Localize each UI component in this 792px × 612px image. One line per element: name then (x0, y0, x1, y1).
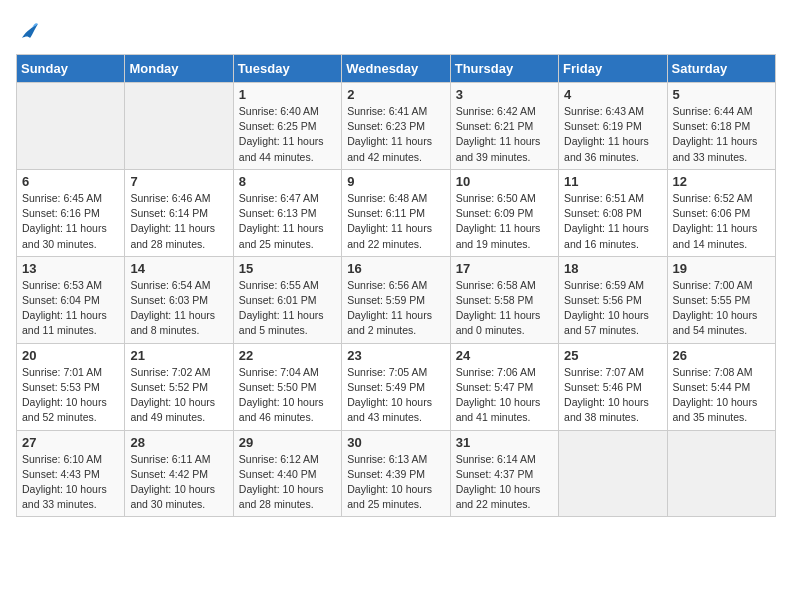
calendar-week-1: 1Sunrise: 6:40 AM Sunset: 6:25 PM Daylig… (17, 83, 776, 170)
calendar-cell: 15Sunrise: 6:55 AM Sunset: 6:01 PM Dayli… (233, 256, 341, 343)
day-number: 25 (564, 348, 661, 363)
calendar-table: SundayMondayTuesdayWednesdayThursdayFrid… (16, 54, 776, 517)
calendar-cell: 23Sunrise: 7:05 AM Sunset: 5:49 PM Dayli… (342, 343, 450, 430)
calendar-cell: 7Sunrise: 6:46 AM Sunset: 6:14 PM Daylig… (125, 169, 233, 256)
day-number: 30 (347, 435, 444, 450)
calendar-dow-wednesday: Wednesday (342, 55, 450, 83)
day-number: 21 (130, 348, 227, 363)
calendar-cell: 28Sunrise: 6:11 AM Sunset: 4:42 PM Dayli… (125, 430, 233, 517)
day-number: 12 (673, 174, 770, 189)
calendar-cell: 17Sunrise: 6:58 AM Sunset: 5:58 PM Dayli… (450, 256, 558, 343)
calendar-cell: 30Sunrise: 6:13 AM Sunset: 4:39 PM Dayli… (342, 430, 450, 517)
day-info: Sunrise: 6:14 AM Sunset: 4:37 PM Dayligh… (456, 452, 553, 513)
calendar-week-5: 27Sunrise: 6:10 AM Sunset: 4:43 PM Dayli… (17, 430, 776, 517)
calendar-cell: 29Sunrise: 6:12 AM Sunset: 4:40 PM Dayli… (233, 430, 341, 517)
calendar-cell: 27Sunrise: 6:10 AM Sunset: 4:43 PM Dayli… (17, 430, 125, 517)
day-info: Sunrise: 7:05 AM Sunset: 5:49 PM Dayligh… (347, 365, 444, 426)
day-info: Sunrise: 6:51 AM Sunset: 6:08 PM Dayligh… (564, 191, 661, 252)
calendar-cell (125, 83, 233, 170)
logo (16, 16, 48, 44)
calendar-dow-thursday: Thursday (450, 55, 558, 83)
day-info: Sunrise: 6:44 AM Sunset: 6:18 PM Dayligh… (673, 104, 770, 165)
day-number: 16 (347, 261, 444, 276)
calendar-cell: 25Sunrise: 7:07 AM Sunset: 5:46 PM Dayli… (559, 343, 667, 430)
calendar-cell (17, 83, 125, 170)
calendar-cell: 11Sunrise: 6:51 AM Sunset: 6:08 PM Dayli… (559, 169, 667, 256)
day-number: 3 (456, 87, 553, 102)
day-info: Sunrise: 6:56 AM Sunset: 5:59 PM Dayligh… (347, 278, 444, 339)
day-info: Sunrise: 6:52 AM Sunset: 6:06 PM Dayligh… (673, 191, 770, 252)
day-number: 10 (456, 174, 553, 189)
day-info: Sunrise: 6:55 AM Sunset: 6:01 PM Dayligh… (239, 278, 336, 339)
calendar-header-row: SundayMondayTuesdayWednesdayThursdayFrid… (17, 55, 776, 83)
day-info: Sunrise: 6:41 AM Sunset: 6:23 PM Dayligh… (347, 104, 444, 165)
day-number: 1 (239, 87, 336, 102)
day-number: 20 (22, 348, 119, 363)
calendar-week-2: 6Sunrise: 6:45 AM Sunset: 6:16 PM Daylig… (17, 169, 776, 256)
day-info: Sunrise: 7:06 AM Sunset: 5:47 PM Dayligh… (456, 365, 553, 426)
day-info: Sunrise: 7:01 AM Sunset: 5:53 PM Dayligh… (22, 365, 119, 426)
calendar-cell: 12Sunrise: 6:52 AM Sunset: 6:06 PM Dayli… (667, 169, 775, 256)
day-info: Sunrise: 6:43 AM Sunset: 6:19 PM Dayligh… (564, 104, 661, 165)
day-info: Sunrise: 7:00 AM Sunset: 5:55 PM Dayligh… (673, 278, 770, 339)
day-info: Sunrise: 6:48 AM Sunset: 6:11 PM Dayligh… (347, 191, 444, 252)
day-number: 2 (347, 87, 444, 102)
day-number: 26 (673, 348, 770, 363)
day-number: 9 (347, 174, 444, 189)
calendar-cell: 13Sunrise: 6:53 AM Sunset: 6:04 PM Dayli… (17, 256, 125, 343)
day-info: Sunrise: 7:08 AM Sunset: 5:44 PM Dayligh… (673, 365, 770, 426)
day-number: 11 (564, 174, 661, 189)
day-info: Sunrise: 6:11 AM Sunset: 4:42 PM Dayligh… (130, 452, 227, 513)
day-number: 23 (347, 348, 444, 363)
calendar-cell: 14Sunrise: 6:54 AM Sunset: 6:03 PM Dayli… (125, 256, 233, 343)
calendar-cell: 4Sunrise: 6:43 AM Sunset: 6:19 PM Daylig… (559, 83, 667, 170)
day-info: Sunrise: 6:13 AM Sunset: 4:39 PM Dayligh… (347, 452, 444, 513)
day-number: 15 (239, 261, 336, 276)
day-info: Sunrise: 6:40 AM Sunset: 6:25 PM Dayligh… (239, 104, 336, 165)
day-info: Sunrise: 7:04 AM Sunset: 5:50 PM Dayligh… (239, 365, 336, 426)
calendar-cell (559, 430, 667, 517)
calendar-week-4: 20Sunrise: 7:01 AM Sunset: 5:53 PM Dayli… (17, 343, 776, 430)
day-info: Sunrise: 6:59 AM Sunset: 5:56 PM Dayligh… (564, 278, 661, 339)
page-header (16, 16, 776, 44)
day-info: Sunrise: 6:45 AM Sunset: 6:16 PM Dayligh… (22, 191, 119, 252)
day-number: 8 (239, 174, 336, 189)
day-info: Sunrise: 7:07 AM Sunset: 5:46 PM Dayligh… (564, 365, 661, 426)
day-number: 27 (22, 435, 119, 450)
calendar-cell: 10Sunrise: 6:50 AM Sunset: 6:09 PM Dayli… (450, 169, 558, 256)
day-info: Sunrise: 6:50 AM Sunset: 6:09 PM Dayligh… (456, 191, 553, 252)
day-number: 28 (130, 435, 227, 450)
day-number: 7 (130, 174, 227, 189)
day-number: 31 (456, 435, 553, 450)
calendar-cell: 26Sunrise: 7:08 AM Sunset: 5:44 PM Dayli… (667, 343, 775, 430)
day-number: 13 (22, 261, 119, 276)
day-number: 14 (130, 261, 227, 276)
calendar-cell: 24Sunrise: 7:06 AM Sunset: 5:47 PM Dayli… (450, 343, 558, 430)
day-number: 24 (456, 348, 553, 363)
calendar-cell: 19Sunrise: 7:00 AM Sunset: 5:55 PM Dayli… (667, 256, 775, 343)
calendar-cell: 5Sunrise: 6:44 AM Sunset: 6:18 PM Daylig… (667, 83, 775, 170)
day-number: 29 (239, 435, 336, 450)
calendar-dow-friday: Friday (559, 55, 667, 83)
day-info: Sunrise: 6:47 AM Sunset: 6:13 PM Dayligh… (239, 191, 336, 252)
calendar-dow-monday: Monday (125, 55, 233, 83)
calendar-dow-saturday: Saturday (667, 55, 775, 83)
calendar-cell: 8Sunrise: 6:47 AM Sunset: 6:13 PM Daylig… (233, 169, 341, 256)
calendar-cell: 3Sunrise: 6:42 AM Sunset: 6:21 PM Daylig… (450, 83, 558, 170)
calendar-cell: 20Sunrise: 7:01 AM Sunset: 5:53 PM Dayli… (17, 343, 125, 430)
calendar-dow-tuesday: Tuesday (233, 55, 341, 83)
calendar-cell: 21Sunrise: 7:02 AM Sunset: 5:52 PM Dayli… (125, 343, 233, 430)
day-info: Sunrise: 6:42 AM Sunset: 6:21 PM Dayligh… (456, 104, 553, 165)
day-info: Sunrise: 6:54 AM Sunset: 6:03 PM Dayligh… (130, 278, 227, 339)
calendar-cell: 2Sunrise: 6:41 AM Sunset: 6:23 PM Daylig… (342, 83, 450, 170)
day-info: Sunrise: 6:10 AM Sunset: 4:43 PM Dayligh… (22, 452, 119, 513)
day-info: Sunrise: 6:58 AM Sunset: 5:58 PM Dayligh… (456, 278, 553, 339)
calendar-dow-sunday: Sunday (17, 55, 125, 83)
day-number: 19 (673, 261, 770, 276)
calendar-cell: 1Sunrise: 6:40 AM Sunset: 6:25 PM Daylig… (233, 83, 341, 170)
day-number: 22 (239, 348, 336, 363)
calendar-cell: 9Sunrise: 6:48 AM Sunset: 6:11 PM Daylig… (342, 169, 450, 256)
day-number: 17 (456, 261, 553, 276)
day-number: 5 (673, 87, 770, 102)
day-number: 18 (564, 261, 661, 276)
